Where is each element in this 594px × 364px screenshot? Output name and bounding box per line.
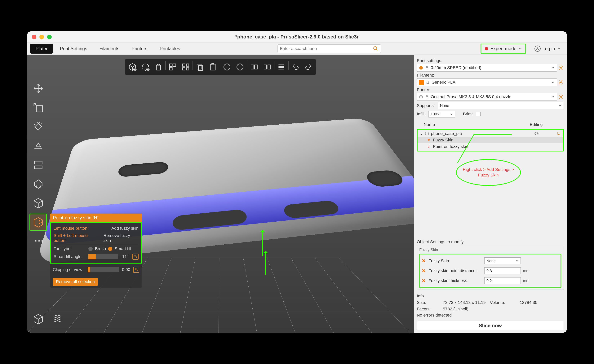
filament-label: Filament: <box>417 73 564 78</box>
undo-button[interactable] <box>289 61 302 73</box>
3d-view-button[interactable] <box>29 310 47 328</box>
paint-icon <box>427 144 431 149</box>
close-window[interactable] <box>32 35 36 39</box>
move-gizmo[interactable] <box>29 80 47 97</box>
eye-icon[interactable] <box>534 131 539 136</box>
fuzzy-skin-value: None <box>486 259 496 263</box>
seam-gizmo[interactable] <box>29 195 47 212</box>
editing-column: Editing <box>510 122 562 127</box>
search-input[interactable] <box>280 46 373 51</box>
print-settings-value: 0.20mm SPEED (modified) <box>431 65 481 70</box>
delete-button[interactable] <box>139 61 152 73</box>
lock-icon <box>426 80 430 84</box>
svg-rect-8 <box>186 64 189 66</box>
cut-gizmo[interactable] <box>29 156 47 174</box>
fuzzy-thick-input[interactable] <box>484 277 521 284</box>
fuzzy-skin-gizmo[interactable] <box>29 214 47 231</box>
app-window: *phone_case_pla - PrusaSlicer-2.9.0 base… <box>27 31 567 333</box>
brim-checkbox[interactable] <box>476 112 480 116</box>
expand-icon[interactable]: ⌄ <box>419 131 423 136</box>
remove-icon[interactable]: ✕ <box>422 278 426 284</box>
volume-label: Volume: <box>490 300 517 305</box>
filament-value: Generic PLA <box>432 80 455 85</box>
split-objects-button[interactable] <box>248 61 260 73</box>
info-grid: Size: 73.73 x 148.13 x 11.19 Volume: 127… <box>417 300 564 311</box>
gear-icon[interactable] <box>558 65 564 70</box>
clipping-slider[interactable] <box>88 267 119 272</box>
arrange-options-button[interactable] <box>180 61 192 73</box>
redo-button[interactable] <box>302 61 315 73</box>
svg-rect-10 <box>186 68 189 70</box>
zoom-window[interactable] <box>47 35 52 39</box>
rotate-gizmo[interactable] <box>29 118 47 135</box>
login-button[interactable]: Log in <box>531 44 564 53</box>
callout-text: Right click > Add Settings > Fuzzy Skin <box>456 159 521 186</box>
settings-override-icon <box>427 138 431 142</box>
angle-slider[interactable] <box>88 254 118 259</box>
edit-icon[interactable]: ✎ <box>132 254 139 260</box>
titlebar: *phone_case_pla - PrusaSlicer-2.9.0 base… <box>27 31 567 42</box>
extruder-icon[interactable] <box>556 131 561 136</box>
gear-icon[interactable] <box>558 94 564 100</box>
supports-select[interactable]: None <box>438 102 564 109</box>
remove-icon[interactable]: ✕ <box>422 258 426 264</box>
brush-radio[interactable] <box>88 247 93 251</box>
fuzzy-dist-input[interactable] <box>484 267 521 274</box>
svg-point-34 <box>560 96 562 98</box>
search-box[interactable] <box>277 44 381 53</box>
traffic-lights <box>32 35 52 39</box>
filament-color-swatch[interactable] <box>419 80 424 85</box>
split-parts-button[interactable] <box>261 61 273 73</box>
brim-label: Brim: <box>463 112 473 116</box>
add-instance-button[interactable] <box>221 61 233 73</box>
preview-button[interactable] <box>49 310 66 328</box>
modifier-name: Fuzzy Skin <box>433 138 453 142</box>
infill-select[interactable]: 100% <box>428 111 455 117</box>
tool-type-label: Tool type: <box>54 246 86 251</box>
copy-button[interactable] <box>194 61 206 73</box>
mode-selector[interactable]: Expert mode <box>480 44 526 54</box>
smartfill-radio[interactable] <box>108 247 112 251</box>
tab-print-settings[interactable]: Print Settings <box>54 44 93 54</box>
svg-point-26 <box>419 66 423 69</box>
remove-instance-button[interactable] <box>234 61 246 73</box>
add-button[interactable] <box>126 61 139 73</box>
svg-point-30 <box>560 82 562 83</box>
slice-now-button[interactable]: Slice now <box>417 321 564 330</box>
delete-all-button[interactable] <box>152 61 165 73</box>
remove-all-button[interactable]: Remove all selection <box>53 278 98 286</box>
fuzzy-skin-select[interactable]: None <box>484 257 521 264</box>
fuzzy-skin-panel: Paint-on fuzzy skin [H] Left mouse butto… <box>50 214 142 288</box>
supports-gizmo[interactable] <box>29 175 47 193</box>
place-on-face-gizmo[interactable] <box>29 137 47 155</box>
fuzzy-skin-group: Fuzzy Skin ✕ Fuzzy Skin: None ✕ Fuzzy sk… <box>417 246 564 290</box>
chevron-down-icon <box>557 47 561 51</box>
arrange-button[interactable] <box>167 61 179 73</box>
tab-filaments[interactable]: Filaments <box>94 44 125 54</box>
volume-value: 12784.35 <box>520 300 564 305</box>
measure-gizmo[interactable] <box>29 233 47 250</box>
remove-icon[interactable]: ✕ <box>422 268 426 274</box>
shift-lmb-action: Remove fuzzy skin <box>103 233 139 243</box>
minimize-window[interactable] <box>40 35 44 39</box>
gear-icon[interactable] <box>558 80 564 85</box>
tab-plater[interactable]: Plater <box>30 44 53 54</box>
infill-value: 100% <box>431 112 440 116</box>
angle-label: Smart fill angle: <box>54 254 86 259</box>
edit-icon[interactable]: ✎ <box>133 267 139 273</box>
scale-gizmo[interactable] <box>29 99 47 116</box>
print-settings-select[interactable]: 0.20mm SPEED (modified) <box>417 64 557 72</box>
tab-printables[interactable]: Printables <box>154 44 185 54</box>
svg-rect-36 <box>558 132 560 134</box>
facets-label: Facets: <box>417 307 440 311</box>
paste-button[interactable] <box>207 61 219 73</box>
svg-rect-12 <box>198 66 203 71</box>
svg-rect-19 <box>264 65 267 69</box>
facets-value: 5782 (1 shell) <box>443 307 487 311</box>
tab-printers[interactable]: Printers <box>126 44 153 54</box>
filament-select[interactable]: Generic PLA <box>417 78 557 86</box>
printer-select[interactable]: Original Prusa MK3.5 & MK3.5S 0.4 nozzle <box>417 93 557 101</box>
variable-layer-button[interactable] <box>275 61 287 73</box>
3d-viewport[interactable]: Paint-on fuzzy skin [H] Left mouse butto… <box>27 55 414 333</box>
login-label: Log in <box>542 46 555 51</box>
